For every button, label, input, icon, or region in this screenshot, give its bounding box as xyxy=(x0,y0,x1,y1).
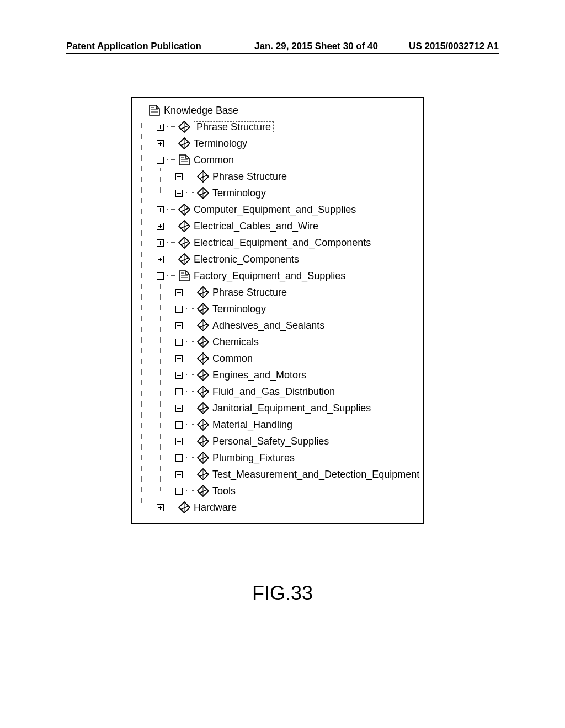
tree-item-label: Adhesives_and_Sealants xyxy=(212,320,324,330)
expand-icon[interactable] xyxy=(175,322,183,329)
expand-icon[interactable] xyxy=(157,206,164,213)
tree-item[interactable]: Electrical_Cables_and_Wire xyxy=(157,218,417,234)
diamond-icon xyxy=(178,220,190,232)
page-header: Patent Application Publication Jan. 29, … xyxy=(66,41,499,52)
tree-root[interactable]: Knowledge Base Phrase StructureTerminolo… xyxy=(138,102,417,516)
expander-gap xyxy=(138,107,145,114)
connector xyxy=(167,507,175,508)
tree-item[interactable]: Phrase Structure xyxy=(175,284,417,301)
expand-icon[interactable] xyxy=(175,405,183,412)
tree-item-label: Hardware xyxy=(194,502,237,512)
tree-item[interactable]: Terminology xyxy=(175,301,417,317)
tree-item[interactable]: Chemicals xyxy=(175,334,417,350)
expand-icon[interactable] xyxy=(175,488,183,495)
diamond-icon xyxy=(197,402,209,414)
tree-item[interactable]: Test_Measurement_and_Detection_Equipment xyxy=(175,466,417,483)
diamond-icon xyxy=(178,501,190,513)
connector xyxy=(186,176,194,177)
diamond-icon xyxy=(197,468,209,480)
tree-item[interactable]: Electronic_Components xyxy=(157,251,417,267)
expand-icon[interactable] xyxy=(157,504,164,511)
tree-item[interactable]: Fluid_and_Gas_Distribution xyxy=(175,383,417,400)
tree-item-label: Test_Measurement_and_Detection_Equipment xyxy=(212,469,419,479)
tree-item-label: Tools xyxy=(212,486,236,496)
tree-item[interactable]: Janitorial_Equipment_and_Supplies xyxy=(175,400,417,416)
diamond-icon xyxy=(197,386,209,398)
connector xyxy=(186,292,194,293)
tree-item[interactable]: Engines_and_Motors xyxy=(175,367,417,383)
tree-item[interactable]: Terminology xyxy=(157,135,417,152)
page: Patent Application Publication Jan. 29, … xyxy=(0,0,565,728)
expand-icon[interactable] xyxy=(175,438,183,445)
collapse-icon[interactable] xyxy=(157,272,164,280)
connector xyxy=(186,325,194,326)
expand-icon[interactable] xyxy=(175,339,183,346)
tree-item[interactable]: CommonPhrase StructureTerminology xyxy=(157,152,417,201)
connector xyxy=(186,408,194,409)
tree-item-label: Electrical_Equipment_and_Components xyxy=(194,238,371,248)
expand-icon[interactable] xyxy=(175,190,183,197)
tree-item[interactable]: Phrase Structure xyxy=(157,119,417,135)
tree-item[interactable]: Hardware xyxy=(157,499,417,516)
expand-icon[interactable] xyxy=(175,173,183,180)
tree-item[interactable]: Computer_Equipment_and_Supplies xyxy=(157,201,417,218)
diamond-icon xyxy=(178,137,190,149)
tree-item-label: Engines_and_Motors xyxy=(212,370,306,380)
connector xyxy=(186,391,194,392)
expand-icon[interactable] xyxy=(175,289,183,296)
tree-item[interactable]: Plumbing_Fixtures xyxy=(175,449,417,466)
expand-icon[interactable] xyxy=(175,471,183,478)
diamond-icon xyxy=(178,253,190,265)
connector xyxy=(167,259,175,260)
tree-item-label: Phrase Structure xyxy=(212,287,287,297)
expand-icon[interactable] xyxy=(175,388,183,395)
diamond-icon xyxy=(197,419,209,431)
connector xyxy=(186,341,194,342)
expand-icon[interactable] xyxy=(157,124,164,131)
connector xyxy=(186,457,194,458)
tree-item-label: Common xyxy=(194,155,234,165)
header-right: US 2015/0032712 A1 xyxy=(409,41,499,52)
connector xyxy=(167,242,175,243)
connector xyxy=(186,424,194,425)
tree-item-label: Terminology xyxy=(194,138,247,148)
tree-item[interactable]: Electrical_Equipment_and_Components xyxy=(157,234,417,251)
connector xyxy=(167,226,175,227)
expand-icon[interactable] xyxy=(175,306,183,313)
expand-icon[interactable] xyxy=(175,421,183,429)
connector xyxy=(186,374,194,376)
book-icon xyxy=(178,270,190,282)
tree-item[interactable]: Factory_Equipment_and_SuppliesPhrase Str… xyxy=(157,267,417,499)
connector xyxy=(186,490,194,491)
collapse-icon[interactable] xyxy=(157,157,164,164)
connector xyxy=(186,441,194,442)
tree-item-label: Personal_Safety_Supplies xyxy=(212,436,329,446)
tree-item[interactable]: Personal_Safety_Supplies xyxy=(175,433,417,449)
expand-icon[interactable] xyxy=(175,372,183,379)
expand-icon[interactable] xyxy=(157,140,164,147)
tree-item[interactable]: Adhesives_and_Sealants xyxy=(175,317,417,334)
tree-item-label: Plumbing_Fixtures xyxy=(212,453,295,463)
tree-item[interactable]: Material_Handling xyxy=(175,416,417,433)
diamond-icon xyxy=(197,369,209,381)
tree-item[interactable]: Common xyxy=(175,350,417,367)
tree-item[interactable]: Terminology xyxy=(175,185,417,201)
tree-item-label: Fluid_and_Gas_Distribution xyxy=(212,387,335,397)
tree-item-label: Computer_Equipment_and_Supplies xyxy=(194,205,356,215)
tree-item[interactable]: Phrase Structure xyxy=(175,168,417,185)
tree-item[interactable]: Tools xyxy=(175,483,417,499)
expand-icon[interactable] xyxy=(157,239,164,247)
diamond-icon xyxy=(197,170,209,183)
header-rule xyxy=(66,53,499,54)
expand-icon[interactable] xyxy=(157,223,164,230)
expand-icon[interactable] xyxy=(175,454,183,462)
connector xyxy=(167,159,175,160)
expand-icon[interactable] xyxy=(175,355,183,362)
tree-item-label: Terminology xyxy=(212,304,266,314)
diamond-icon xyxy=(197,485,209,497)
expand-icon[interactable] xyxy=(157,256,164,263)
diamond-icon xyxy=(197,435,209,447)
diamond-icon xyxy=(197,336,209,348)
knowledge-base-tree-panel: Knowledge Base Phrase StructureTerminolo… xyxy=(131,97,424,524)
tree-item-label: Material_Handling xyxy=(212,420,292,430)
